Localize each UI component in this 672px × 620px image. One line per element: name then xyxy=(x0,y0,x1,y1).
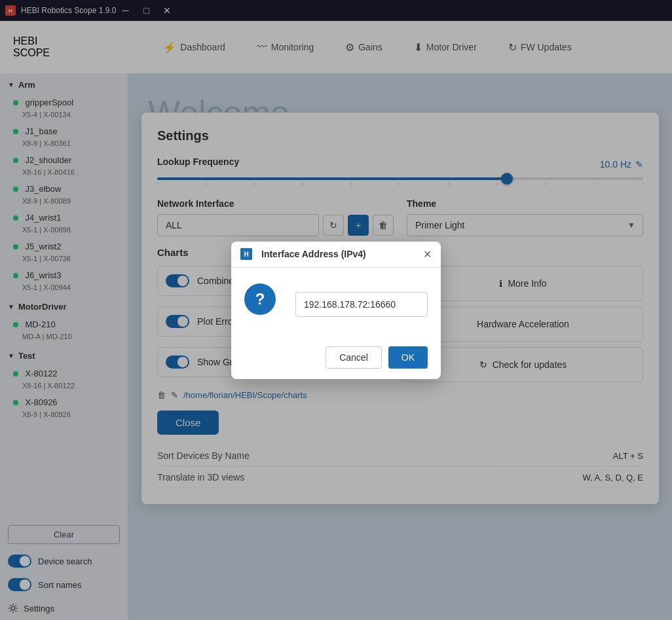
dialog-body: ? xyxy=(231,268,441,336)
question-icon: ? xyxy=(244,283,276,315)
svg-text:H: H xyxy=(244,251,248,258)
dialog-actions: Cancel OK xyxy=(231,336,441,379)
ipv4-dialog: H Interface Address (IPv4) ✕ ? Cancel OK xyxy=(231,242,441,379)
dialog-close-button[interactable]: ✕ xyxy=(423,248,432,261)
dialog-title-icon: H xyxy=(240,248,252,260)
dialog-ok-button[interactable]: OK xyxy=(388,346,428,369)
dialog-titlebar: H Interface Address (IPv4) ✕ xyxy=(231,242,441,268)
dialog-title: Interface Address (IPv4) xyxy=(261,249,366,259)
dialog-cancel-button[interactable]: Cancel xyxy=(326,346,382,369)
ipv4-input[interactable] xyxy=(295,292,428,317)
